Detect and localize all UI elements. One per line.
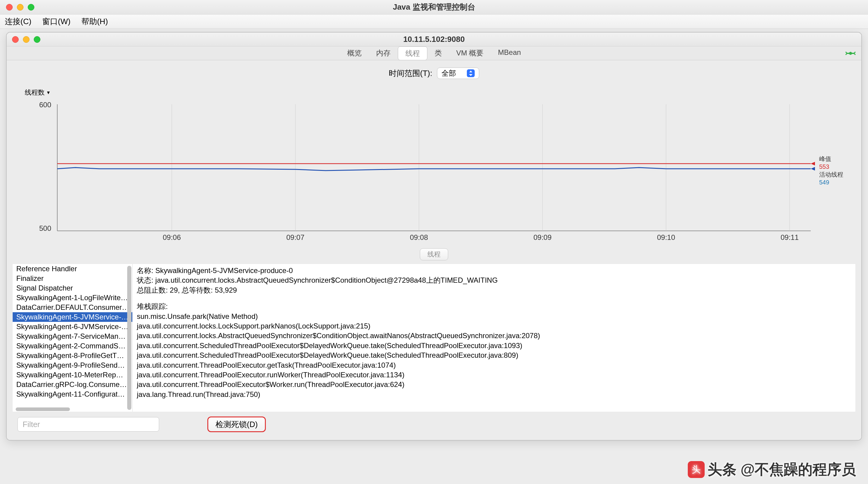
detail-stack-label: 堆栈跟踪:: [137, 302, 851, 311]
x-tick: 09:09: [533, 233, 552, 241]
chevron-down-icon[interactable]: ▾: [47, 89, 50, 96]
stack-line: java.util.concurrent.ScheduledThreadPool…: [137, 351, 851, 360]
x-tick: 09:07: [286, 233, 304, 241]
stack-line: java.util.concurrent.ThreadPoolExecutor.…: [137, 360, 851, 370]
legend-live-value: 549: [819, 179, 829, 186]
x-tick: 09:11: [781, 233, 799, 241]
menubar: 连接(C) 窗口(W) 帮助(H): [0, 14, 868, 29]
minimize-icon[interactable]: [17, 4, 24, 10]
thread-list-item[interactable]: SkywalkingAgent-8-ProfileGetT…: [13, 351, 132, 360]
inner-titlebar: 10.11.5.102:9080: [7, 33, 861, 47]
thread-list-item[interactable]: SkywalkingAgent-6-JVMService-…: [13, 322, 132, 332]
inner-title: 10.11.5.102:9080: [7, 35, 861, 44]
thread-list-item[interactable]: SkywalkingAgent-5-JVMService-…: [13, 312, 132, 322]
tab-vm[interactable]: VM 概要: [449, 47, 491, 60]
filter-input[interactable]: Filter: [18, 417, 159, 431]
detail-state-label: 状态:: [137, 276, 155, 284]
time-range-row: 时间范围(T): 全部: [13, 64, 855, 86]
thread-list-item[interactable]: SkywalkingAgent-7-ServiceMan…: [13, 332, 132, 341]
thread-list-item[interactable]: DataCarrier.gRPC-log.Consume…: [13, 380, 132, 389]
menu-connect[interactable]: 连接(C): [5, 16, 31, 27]
thread-list-item[interactable]: Signal Dispatcher: [13, 283, 132, 293]
chart-title: 线程数: [25, 88, 44, 97]
legend-peak-label: 峰值: [819, 155, 831, 162]
time-range-label: 时间范围(T):: [389, 68, 432, 79]
tab-overview[interactable]: 概览: [340, 47, 369, 60]
x-tick: 09:08: [410, 233, 428, 241]
filter-placeholder: Filter: [23, 420, 40, 429]
window-title: Java 监视和管理控制台: [0, 2, 868, 12]
thread-list[interactable]: Reference HandlerFinalizerSignal Dispatc…: [13, 264, 133, 412]
scrollbar-horizontal[interactable]: [16, 407, 70, 411]
detail-state-value: java.util.concurrent.locks.AbstractQueue…: [155, 276, 498, 284]
tab-memory[interactable]: 内存: [369, 47, 398, 60]
stack-line: java.util.concurrent.locks.LockSupport.p…: [137, 321, 851, 331]
connection-status-icon: [845, 50, 856, 57]
thread-list-item[interactable]: Finalizer: [13, 274, 132, 283]
x-tick: 09:10: [657, 233, 675, 241]
menu-window[interactable]: 窗口(W): [42, 16, 70, 27]
inner-window: 10.11.5.102:9080 概览 内存 线程 类 VM 概要 MBean …: [6, 32, 862, 441]
thread-list-item[interactable]: SkywalkingAgent-10-MeterRep…: [13, 370, 132, 380]
stack-line: sun.misc.Unsafe.park(Native Method): [137, 312, 851, 321]
inner-close-icon[interactable]: [12, 36, 19, 43]
time-range-select[interactable]: 全部: [437, 67, 479, 79]
close-icon[interactable]: [6, 4, 13, 10]
stack-line: java.util.concurrent.ScheduledThreadPool…: [137, 341, 851, 351]
chevron-updown-icon: [467, 69, 475, 77]
legend-live-label: 活动线程: [819, 171, 843, 178]
thread-list-item[interactable]: SkywalkingAgent-2-CommandS…: [13, 341, 132, 351]
tab-mbean[interactable]: MBean: [491, 47, 528, 60]
y-tick-min: 500: [39, 224, 51, 232]
legend-peak-value: 553: [819, 163, 829, 170]
scrollbar-vertical[interactable]: [127, 266, 131, 410]
tab-threads[interactable]: 线程: [398, 47, 427, 60]
stack-line: java.util.concurrent.locks.AbstractQueue…: [137, 331, 851, 340]
stack-line: java.lang.Thread.run(Thread.java:750): [137, 390, 851, 399]
chart-panel: 线程数 ▾ 600 500: [13, 86, 855, 243]
thread-list-item[interactable]: SkywalkingAgent-11-Configurat…: [13, 389, 132, 399]
svg-point-0: [849, 52, 852, 55]
tabs-row: 概览 内存 线程 类 VM 概要 MBean: [7, 47, 861, 60]
x-tick: 09:06: [163, 233, 181, 241]
detail-blocked: 总阻止数: 29, 总等待数: 53,929: [137, 285, 851, 295]
thread-detail: 名称: SkywalkingAgent-5-JVMService-produce…: [133, 264, 855, 412]
section-header-threads: 线程: [420, 248, 448, 261]
detect-deadlock-button[interactable]: 检测死锁(D): [207, 417, 266, 432]
stack-line: java.util.concurrent.ThreadPoolExecutor$…: [137, 380, 851, 389]
tab-classes[interactable]: 类: [427, 47, 449, 60]
chart-legend: 峰值 553 活动线程 549: [819, 155, 843, 186]
inner-minimize-icon[interactable]: [23, 36, 30, 43]
time-range-value: 全部: [441, 68, 456, 78]
detail-name-label: 名称:: [137, 266, 155, 275]
thread-list-item[interactable]: Reference Handler: [13, 264, 132, 274]
thread-list-item[interactable]: DataCarrier.DEFAULT.Consumer…: [13, 303, 132, 312]
thread-list-item[interactable]: SkywalkingAgent-9-ProfileSend…: [13, 360, 132, 370]
outer-titlebar: Java 监视和管理控制台: [0, 0, 868, 14]
y-tick-max: 600: [39, 101, 51, 109]
maximize-icon[interactable]: [28, 4, 34, 10]
thread-chart: 600 500: [19, 98, 849, 243]
menu-help[interactable]: 帮助(H): [82, 16, 108, 27]
detail-name-value: SkywalkingAgent-5-JVMService-produce-0: [155, 266, 293, 275]
stack-line: java.util.concurrent.ThreadPoolExecutor.…: [137, 370, 851, 380]
inner-maximize-icon[interactable]: [34, 36, 40, 43]
thread-list-item[interactable]: SkywalkingAgent-1-LogFileWrite…: [13, 293, 132, 303]
